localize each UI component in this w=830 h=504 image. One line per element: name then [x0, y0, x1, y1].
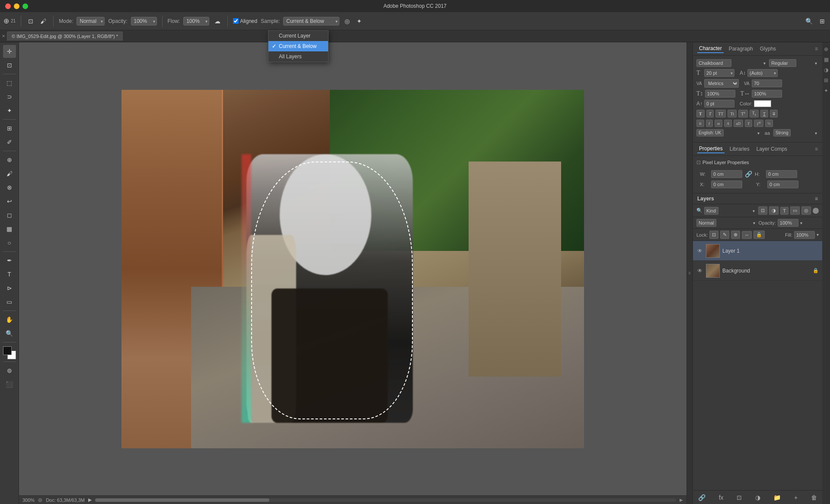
flow-input[interactable] — [183, 17, 209, 25]
properties-menu-icon[interactable]: ≡ — [815, 146, 818, 152]
layer-group-btn[interactable]: 📁 — [772, 493, 782, 502]
leading-input[interactable] — [747, 69, 778, 77]
layers-menu-icon[interactable]: ≡ — [815, 196, 818, 202]
v-scale-input[interactable] — [705, 90, 735, 98]
eyedropper-tool[interactable]: ✐ — [3, 136, 16, 149]
right-icon-3[interactable]: ◑ — [823, 67, 830, 73]
wand-tool[interactable]: ✦ — [3, 104, 16, 117]
h-scale-input[interactable] — [752, 90, 782, 98]
traffic-lights[interactable] — [5, 3, 28, 9]
strikethrough-btn[interactable]: T — [770, 110, 778, 117]
layer-styles-btn[interactable]: fx — [717, 493, 725, 502]
subscript-btn[interactable]: Ts — [750, 110, 759, 117]
history-brush-tool[interactable]: ↩ — [3, 195, 16, 208]
panel-menu-icon[interactable]: ≡ — [815, 46, 818, 52]
link-icon[interactable]: 🔗 — [745, 171, 752, 178]
fill-input[interactable] — [794, 231, 815, 239]
italic-btn[interactable]: T — [706, 110, 714, 117]
layer-mask-btn[interactable]: ⊡ — [735, 493, 744, 502]
filter-smart-btn[interactable]: ◎ — [801, 206, 811, 215]
adj-layer-btn[interactable]: ◑ — [753, 493, 762, 502]
old-style-btn[interactable]: T — [745, 120, 752, 127]
stamp-tool[interactable]: ⊗ — [3, 181, 16, 194]
foreground-color-box[interactable] — [3, 346, 12, 355]
tab-close-btn[interactable]: ✕ — [2, 34, 5, 38]
w-input[interactable] — [711, 170, 742, 178]
small-caps-btn[interactable]: Tt — [728, 110, 737, 117]
color-swatch[interactable] — [754, 100, 771, 107]
extra-option-btn[interactable]: ✦ — [355, 17, 364, 25]
fill-arrow[interactable]: ▾ — [817, 232, 819, 237]
tab-character[interactable]: Character — [697, 44, 724, 53]
sup-script-btn[interactable]: 1st — [754, 120, 763, 127]
pen-tool[interactable]: ✒ — [3, 254, 16, 267]
x-input[interactable] — [711, 181, 742, 188]
zoom-tool[interactable]: 🔍 — [3, 327, 16, 340]
lang-select[interactable]: English: UK — [696, 129, 724, 136]
font-style-select[interactable]: Regular — [769, 59, 796, 67]
bold-btn[interactable]: T — [696, 110, 705, 117]
quick-mask-btn[interactable]: ⊚ — [3, 364, 16, 377]
type-tool[interactable]: T — [3, 268, 16, 281]
dropdown-item-current-layer[interactable]: Current Layer — [268, 31, 328, 41]
heal-tool[interactable]: ⊕ — [3, 153, 16, 166]
screen-mode-btn[interactable]: ⬛ — [3, 378, 16, 391]
y-input[interactable] — [767, 181, 798, 188]
opacity-input[interactable] — [131, 17, 157, 25]
filter-pixel-btn[interactable]: ⊡ — [758, 206, 767, 215]
tab-properties[interactable]: Properties — [697, 145, 725, 153]
search-btn[interactable]: 🔍 — [804, 17, 814, 25]
ignore-adj-btn[interactable]: ◎ — [343, 17, 351, 25]
eraser-tool[interactable]: ◻ — [3, 209, 16, 222]
ord-btn[interactable]: aD — [734, 120, 744, 127]
filter-type-btn[interactable]: T — [780, 207, 788, 215]
dropdown-item-current-below[interactable]: ✓ Current & Below — [268, 41, 328, 51]
tab-layer-comps[interactable]: Layer Comps — [755, 145, 789, 153]
brush-tool[interactable]: 🖌 — [3, 167, 16, 180]
lock-pixels-btn[interactable]: ⊡ — [709, 231, 718, 239]
font-size-input[interactable] — [704, 69, 734, 77]
shape-tool[interactable]: ▭ — [3, 295, 16, 308]
delete-layer-btn[interactable]: 🗑 — [809, 493, 819, 502]
layer1-visibility-icon[interactable]: 👁 — [696, 248, 703, 254]
arrow-btn[interactable]: ▶ — [88, 497, 92, 503]
lock-position-btn[interactable]: ✎ — [720, 231, 729, 239]
filter-toggle[interactable] — [813, 208, 819, 214]
image-tab[interactable]: © IMG_0529-Edit.jpg @ 300% (Layer 1, RGB… — [7, 32, 123, 41]
sample-select[interactable]: Current & Below — [283, 17, 339, 25]
artboard-tool[interactable]: ⊡ — [3, 59, 16, 72]
new-layer-btn[interactable]: + — [792, 493, 799, 502]
gradient-tool[interactable]: ▦ — [3, 222, 16, 235]
maximize-button[interactable] — [22, 3, 28, 9]
crop-tool[interactable]: ⊞ — [3, 122, 16, 135]
baseline-input[interactable] — [704, 100, 734, 108]
tab-libraries[interactable]: Libraries — [728, 145, 751, 153]
filter-adj-btn[interactable]: ◑ — [769, 206, 779, 215]
lasso-tool[interactable]: ⊃ — [3, 90, 16, 103]
minimize-button[interactable] — [14, 3, 19, 9]
stylistic-btn[interactable]: A — [724, 120, 732, 127]
opacity-arrow[interactable]: ▾ — [800, 221, 802, 225]
layer-item-layer1[interactable]: 👁 Layer 1 — [693, 241, 822, 261]
dropdown-item-all-layers[interactable]: All Layers — [268, 51, 328, 62]
ligature-frac-btn[interactable]: ƒ — [706, 120, 713, 127]
lock-all-btn[interactable]: ↔ — [742, 231, 752, 239]
caps-btn[interactable]: TT — [715, 110, 726, 117]
tab-paragraph[interactable]: Paragraph — [727, 45, 755, 53]
brush-preset-picker[interactable]: ⊡ — [26, 17, 35, 25]
close-button[interactable] — [5, 3, 11, 9]
link-layers-btn[interactable]: 🔗 — [696, 493, 707, 502]
aligned-checkbox[interactable]: Aligned — [233, 18, 257, 24]
ligature-st-btn[interactable]: st — [715, 120, 722, 127]
dodge-tool[interactable]: ○ — [3, 236, 16, 249]
hand-tool[interactable]: ✋ — [3, 313, 16, 326]
lock-full-btn[interactable]: 🔒 — [753, 231, 765, 239]
superscript-btn[interactable]: Ts — [738, 110, 747, 117]
font-family-select[interactable]: Chalkboard — [696, 59, 731, 67]
mode-select[interactable]: Normal — [77, 17, 105, 25]
h-input[interactable] — [766, 170, 797, 178]
brush-options-btn[interactable]: 🖌 — [38, 17, 48, 25]
right-icon-4[interactable]: ⊞ — [823, 77, 830, 84]
scrollbar-arrow-right[interactable]: ▶ — [680, 498, 683, 502]
aa-select[interactable]: Strong — [773, 129, 791, 136]
